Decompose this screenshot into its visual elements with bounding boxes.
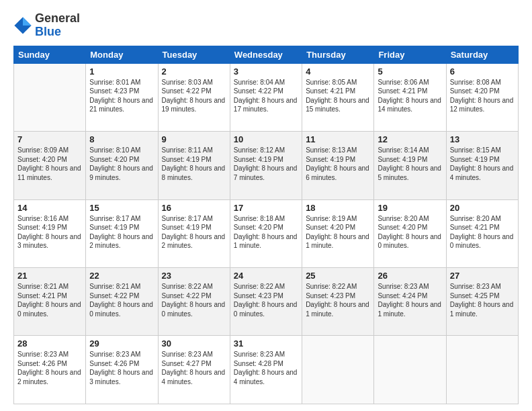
day-number: 21	[17, 271, 82, 281]
calendar-cell: 11Sunrise: 8:13 AMSunset: 4:19 PMDayligh…	[302, 132, 374, 199]
cell-info: Sunrise: 8:17 AMSunset: 4:19 PMDaylight:…	[162, 214, 226, 250]
day-number: 13	[450, 134, 515, 144]
day-number: 9	[162, 134, 226, 144]
calendar-cell	[446, 336, 518, 404]
calendar-cell	[14, 63, 86, 131]
cell-info: Sunrise: 8:04 AMSunset: 4:22 PMDaylight:…	[234, 78, 298, 114]
calendar-week-row: 14Sunrise: 8:16 AMSunset: 4:19 PMDayligh…	[14, 199, 519, 267]
day-number: 16	[162, 203, 226, 213]
calendar-cell: 5Sunrise: 8:06 AMSunset: 4:21 PMDaylight…	[374, 63, 446, 131]
day-number: 12	[378, 134, 442, 144]
calendar-cell: 16Sunrise: 8:17 AMSunset: 4:19 PMDayligh…	[158, 199, 230, 267]
day-number: 24	[234, 271, 298, 281]
cell-info: Sunrise: 8:20 AMSunset: 4:20 PMDaylight:…	[378, 214, 442, 250]
day-number: 22	[89, 271, 154, 281]
calendar-cell: 29Sunrise: 8:23 AMSunset: 4:26 PMDayligh…	[86, 336, 158, 404]
logo: General Blue	[13, 12, 80, 39]
day-number: 3	[234, 66, 298, 77]
calendar: SundayMondayTuesdayWednesdayThursdayFrid…	[13, 46, 519, 404]
calendar-cell: 9Sunrise: 8:11 AMSunset: 4:19 PMDaylight…	[158, 132, 230, 199]
cell-info: Sunrise: 8:23 AMSunset: 4:26 PMDaylight:…	[17, 350, 82, 386]
cell-info: Sunrise: 8:16 AMSunset: 4:19 PMDaylight:…	[17, 214, 82, 250]
calendar-cell: 14Sunrise: 8:16 AMSunset: 4:19 PMDayligh…	[14, 199, 86, 267]
col-header-friday: Friday	[374, 46, 446, 63]
day-number: 15	[89, 203, 154, 213]
calendar-cell: 24Sunrise: 8:22 AMSunset: 4:23 PMDayligh…	[230, 268, 302, 336]
day-number: 2	[162, 66, 226, 77]
cell-info: Sunrise: 8:05 AMSunset: 4:21 PMDaylight:…	[306, 78, 370, 114]
cell-info: Sunrise: 8:10 AMSunset: 4:20 PMDaylight:…	[89, 146, 154, 182]
day-number: 25	[306, 271, 370, 281]
cell-info: Sunrise: 8:09 AMSunset: 4:20 PMDaylight:…	[17, 146, 82, 182]
cell-info: Sunrise: 8:22 AMSunset: 4:22 PMDaylight:…	[162, 282, 226, 318]
calendar-week-row: 7Sunrise: 8:09 AMSunset: 4:20 PMDaylight…	[14, 132, 519, 199]
cell-info: Sunrise: 8:03 AMSunset: 4:22 PMDaylight:…	[162, 78, 226, 114]
col-header-monday: Monday	[86, 46, 158, 63]
day-number: 18	[306, 203, 370, 213]
day-number: 19	[378, 203, 442, 213]
calendar-cell: 30Sunrise: 8:23 AMSunset: 4:27 PMDayligh…	[158, 336, 230, 404]
svg-marker-1	[23, 17, 32, 26]
cell-info: Sunrise: 8:23 AMSunset: 4:26 PMDaylight:…	[89, 350, 154, 386]
cell-info: Sunrise: 8:15 AMSunset: 4:19 PMDaylight:…	[450, 146, 515, 182]
calendar-header-row: SundayMondayTuesdayWednesdayThursdayFrid…	[14, 46, 519, 63]
calendar-cell: 20Sunrise: 8:20 AMSunset: 4:21 PMDayligh…	[446, 199, 518, 267]
calendar-cell	[302, 336, 374, 404]
day-number: 26	[378, 271, 442, 281]
cell-info: Sunrise: 8:18 AMSunset: 4:20 PMDaylight:…	[234, 214, 298, 250]
day-number: 6	[450, 66, 515, 77]
day-number: 31	[234, 338, 298, 349]
cell-info: Sunrise: 8:01 AMSunset: 4:23 PMDaylight:…	[89, 78, 154, 114]
header: General Blue	[13, 12, 519, 39]
calendar-cell: 18Sunrise: 8:19 AMSunset: 4:20 PMDayligh…	[302, 199, 374, 267]
calendar-cell: 28Sunrise: 8:23 AMSunset: 4:26 PMDayligh…	[14, 336, 86, 404]
col-header-tuesday: Tuesday	[158, 46, 230, 63]
calendar-week-row: 21Sunrise: 8:21 AMSunset: 4:21 PMDayligh…	[14, 268, 519, 336]
cell-info: Sunrise: 8:23 AMSunset: 4:24 PMDaylight:…	[378, 282, 442, 318]
day-number: 1	[89, 66, 154, 77]
day-number: 27	[450, 271, 515, 281]
calendar-cell: 10Sunrise: 8:12 AMSunset: 4:19 PMDayligh…	[230, 132, 302, 199]
day-number: 5	[378, 66, 442, 77]
day-number: 28	[17, 338, 82, 349]
calendar-cell: 4Sunrise: 8:05 AMSunset: 4:21 PMDaylight…	[302, 63, 374, 131]
day-number: 14	[17, 203, 82, 213]
cell-info: Sunrise: 8:23 AMSunset: 4:25 PMDaylight:…	[450, 282, 515, 318]
calendar-week-row: 1Sunrise: 8:01 AMSunset: 4:23 PMDaylight…	[14, 63, 519, 131]
cell-info: Sunrise: 8:11 AMSunset: 4:19 PMDaylight:…	[162, 146, 226, 182]
col-header-thursday: Thursday	[302, 46, 374, 63]
calendar-cell: 2Sunrise: 8:03 AMSunset: 4:22 PMDaylight…	[158, 63, 230, 131]
cell-info: Sunrise: 8:22 AMSunset: 4:23 PMDaylight:…	[234, 282, 298, 318]
cell-info: Sunrise: 8:23 AMSunset: 4:27 PMDaylight:…	[162, 350, 226, 386]
calendar-cell: 19Sunrise: 8:20 AMSunset: 4:20 PMDayligh…	[374, 199, 446, 267]
day-number: 29	[89, 338, 154, 349]
day-number: 11	[306, 134, 370, 144]
cell-info: Sunrise: 8:06 AMSunset: 4:21 PMDaylight:…	[378, 78, 442, 114]
calendar-cell: 25Sunrise: 8:22 AMSunset: 4:23 PMDayligh…	[302, 268, 374, 336]
cell-info: Sunrise: 8:23 AMSunset: 4:28 PMDaylight:…	[234, 350, 298, 386]
day-number: 4	[306, 66, 370, 77]
calendar-cell: 12Sunrise: 8:14 AMSunset: 4:19 PMDayligh…	[374, 132, 446, 199]
cell-info: Sunrise: 8:12 AMSunset: 4:19 PMDaylight:…	[234, 146, 298, 182]
cell-info: Sunrise: 8:08 AMSunset: 4:20 PMDaylight:…	[450, 78, 515, 114]
calendar-cell: 13Sunrise: 8:15 AMSunset: 4:19 PMDayligh…	[446, 132, 518, 199]
cell-info: Sunrise: 8:22 AMSunset: 4:23 PMDaylight:…	[306, 282, 370, 318]
calendar-cell	[374, 336, 446, 404]
logo-icon	[13, 16, 32, 35]
page: General Blue SundayMondayTuesdayWednesda…	[0, 0, 532, 411]
calendar-week-row: 28Sunrise: 8:23 AMSunset: 4:26 PMDayligh…	[14, 336, 519, 404]
cell-info: Sunrise: 8:19 AMSunset: 4:20 PMDaylight:…	[306, 214, 370, 250]
calendar-cell: 7Sunrise: 8:09 AMSunset: 4:20 PMDaylight…	[14, 132, 86, 199]
calendar-cell: 17Sunrise: 8:18 AMSunset: 4:20 PMDayligh…	[230, 199, 302, 267]
day-number: 10	[234, 134, 298, 144]
calendar-cell: 27Sunrise: 8:23 AMSunset: 4:25 PMDayligh…	[446, 268, 518, 336]
day-number: 20	[450, 203, 515, 213]
col-header-saturday: Saturday	[446, 46, 518, 63]
cell-info: Sunrise: 8:13 AMSunset: 4:19 PMDaylight:…	[306, 146, 370, 182]
cell-info: Sunrise: 8:21 AMSunset: 4:22 PMDaylight:…	[89, 282, 154, 318]
cell-info: Sunrise: 8:21 AMSunset: 4:21 PMDaylight:…	[17, 282, 82, 318]
calendar-cell: 22Sunrise: 8:21 AMSunset: 4:22 PMDayligh…	[86, 268, 158, 336]
day-number: 7	[17, 134, 82, 144]
day-number: 8	[89, 134, 154, 144]
cell-info: Sunrise: 8:14 AMSunset: 4:19 PMDaylight:…	[378, 146, 442, 182]
